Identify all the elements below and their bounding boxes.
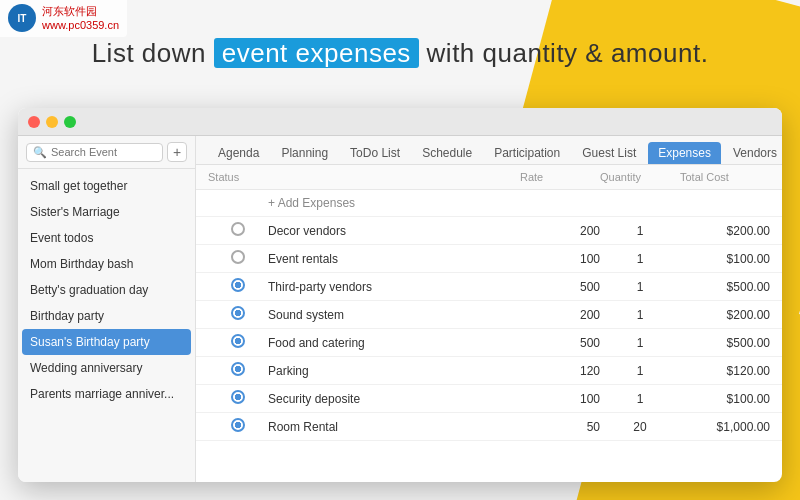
sidebar-item-6[interactable]: Susan's Birthday party xyxy=(22,329,191,355)
total-cell-2: $500.00 xyxy=(680,280,770,294)
maximize-button[interactable] xyxy=(64,116,76,128)
watermark-brand: 河东软件园 xyxy=(42,4,119,18)
add-expenses-button[interactable]: + Add Expenses xyxy=(268,196,520,210)
add-expenses-row: + Add Expenses xyxy=(196,190,782,217)
table-row: Security deposite1001$100.00 xyxy=(196,385,782,413)
watermark-logo: IT xyxy=(8,4,36,32)
sidebar-list: Small get togetherSister's MarriageEvent… xyxy=(18,169,195,482)
main-content: 🔍 + Small get togetherSister's MarriageE… xyxy=(18,136,782,482)
quantity-cell-6: 1 xyxy=(600,392,680,406)
sidebar: 🔍 + Small get togetherSister's MarriageE… xyxy=(18,136,196,482)
status-cell-4[interactable] xyxy=(208,334,268,351)
rate-cell-7: 50 xyxy=(520,420,600,434)
rate-cell-3: 200 xyxy=(520,308,600,322)
status-cell-5[interactable] xyxy=(208,362,268,379)
quantity-cell-1: 1 xyxy=(600,252,680,266)
rate-cell-1: 100 xyxy=(520,252,600,266)
status-cell-3[interactable] xyxy=(208,306,268,323)
rate-cell-0: 200 xyxy=(520,224,600,238)
table-row: Room Rental5020$1,000.00 xyxy=(196,413,782,441)
total-cell-7: $1,000.00 xyxy=(680,420,770,434)
expense-name-2: Third-party vendors xyxy=(268,280,520,294)
tab-participation[interactable]: Participation xyxy=(484,142,570,164)
hero-highlight: event expenses xyxy=(214,38,419,68)
expense-name-6: Security deposite xyxy=(268,392,520,406)
table-area: Status Rate Quantity Total Cost + Add Ex… xyxy=(196,165,782,482)
search-input[interactable] xyxy=(51,146,156,158)
expense-name-1: Event rentals xyxy=(268,252,520,266)
status-cell-0[interactable] xyxy=(208,222,268,239)
hero-suffix: with quantity & amount. xyxy=(427,38,709,68)
title-bar xyxy=(18,108,782,136)
sidebar-item-2[interactable]: Event todos xyxy=(18,225,195,251)
header-quantity: Quantity xyxy=(600,171,680,183)
sidebar-item-7[interactable]: Wedding anniversary xyxy=(18,355,195,381)
sidebar-item-8[interactable]: Parents marriage anniver... xyxy=(18,381,195,407)
expense-name-7: Room Rental xyxy=(268,420,520,434)
tab-agenda[interactable]: Agenda xyxy=(208,142,269,164)
total-cell-3: $200.00 xyxy=(680,308,770,322)
quantity-cell-5: 1 xyxy=(600,364,680,378)
tab-guest-list[interactable]: Guest List xyxy=(572,142,646,164)
table-row: Sound system2001$200.00 xyxy=(196,301,782,329)
watermark-text: 河东软件园 www.pc0359.cn xyxy=(42,4,119,33)
radio-checked[interactable] xyxy=(231,306,245,320)
expense-name-3: Sound system xyxy=(268,308,520,322)
table-row: Third-party vendors5001$500.00 xyxy=(196,273,782,301)
app-window: 🔍 + Small get togetherSister's MarriageE… xyxy=(18,108,782,482)
quantity-cell-4: 1 xyxy=(600,336,680,350)
add-event-button[interactable]: + xyxy=(167,142,187,162)
table-rows: Decor vendors2001$200.00Event rentals100… xyxy=(196,217,782,441)
right-panel: AgendaPlanningToDo ListScheduleParticipa… xyxy=(196,136,782,482)
tab-schedule[interactable]: Schedule xyxy=(412,142,482,164)
sidebar-item-4[interactable]: Betty's graduation day xyxy=(18,277,195,303)
table-header: Status Rate Quantity Total Cost xyxy=(196,165,782,190)
radio-unchecked[interactable] xyxy=(231,250,245,264)
status-cell-6[interactable] xyxy=(208,390,268,407)
table-row: Decor vendors2001$200.00 xyxy=(196,217,782,245)
total-cell-5: $120.00 xyxy=(680,364,770,378)
sidebar-item-1[interactable]: Sister's Marriage xyxy=(18,199,195,225)
header-total: Total Cost xyxy=(680,171,770,183)
minimize-button[interactable] xyxy=(46,116,58,128)
quantity-cell-3: 1 xyxy=(600,308,680,322)
tab-expenses[interactable]: Expenses xyxy=(648,142,721,164)
header-name xyxy=(268,171,520,183)
tab-todo-list[interactable]: ToDo List xyxy=(340,142,410,164)
rate-cell-6: 100 xyxy=(520,392,600,406)
status-cell-1[interactable] xyxy=(208,250,268,267)
radio-checked[interactable] xyxy=(231,390,245,404)
search-bar: 🔍 + xyxy=(18,136,195,169)
close-button[interactable] xyxy=(28,116,40,128)
radio-checked[interactable] xyxy=(231,334,245,348)
expense-name-0: Decor vendors xyxy=(268,224,520,238)
rate-cell-4: 500 xyxy=(520,336,600,350)
total-cell-6: $100.00 xyxy=(680,392,770,406)
table-row: Food and catering5001$500.00 xyxy=(196,329,782,357)
quantity-cell-7: 20 xyxy=(600,420,680,434)
tab-vendors[interactable]: Vendors xyxy=(723,142,782,164)
status-cell-2[interactable] xyxy=(208,278,268,295)
status-cell-7[interactable] xyxy=(208,418,268,435)
header-status: Status xyxy=(208,171,268,183)
total-cell-1: $100.00 xyxy=(680,252,770,266)
rate-cell-2: 500 xyxy=(520,280,600,294)
search-wrapper: 🔍 xyxy=(26,143,163,162)
rate-cell-5: 120 xyxy=(520,364,600,378)
sidebar-item-0[interactable]: Small get together xyxy=(18,173,195,199)
watermark: IT 河东软件园 www.pc0359.cn xyxy=(0,0,127,37)
tabs-bar: AgendaPlanningToDo ListScheduleParticipa… xyxy=(196,136,782,165)
table-row: Parking1201$120.00 xyxy=(196,357,782,385)
hero-prefix: List down xyxy=(92,38,214,68)
radio-unchecked[interactable] xyxy=(231,222,245,236)
radio-checked[interactable] xyxy=(231,418,245,432)
radio-checked[interactable] xyxy=(231,362,245,376)
tab-planning[interactable]: Planning xyxy=(271,142,338,164)
expense-name-5: Parking xyxy=(268,364,520,378)
quantity-cell-0: 1 xyxy=(600,224,680,238)
search-icon: 🔍 xyxy=(33,146,47,159)
total-cell-4: $500.00 xyxy=(680,336,770,350)
radio-checked[interactable] xyxy=(231,278,245,292)
sidebar-item-5[interactable]: Birthday party xyxy=(18,303,195,329)
sidebar-item-3[interactable]: Mom Birthday bash xyxy=(18,251,195,277)
